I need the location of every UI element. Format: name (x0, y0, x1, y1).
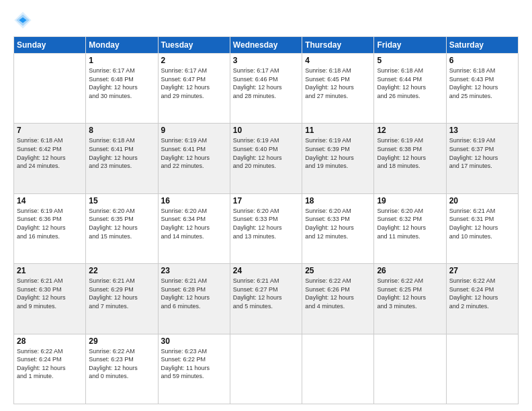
calendar-cell (14, 54, 86, 124)
day-number: 2 (161, 56, 227, 65)
day-info: Sunrise: 6:17 AM Sunset: 6:47 PM Dayligh… (161, 66, 227, 100)
calendar-cell: 9Sunrise: 6:19 AM Sunset: 6:41 PM Daylig… (158, 124, 230, 193)
day-number: 19 (377, 196, 443, 205)
calendar-cell (374, 334, 446, 404)
calendar-cell: 7Sunrise: 6:18 AM Sunset: 6:42 PM Daylig… (14, 124, 86, 193)
day-number: 11 (305, 126, 371, 135)
logo (13, 11, 35, 30)
calendar-cell (446, 334, 518, 404)
day-info: Sunrise: 6:22 AM Sunset: 6:24 PM Dayligh… (449, 277, 515, 310)
day-number: 12 (377, 126, 443, 135)
day-info: Sunrise: 6:21 AM Sunset: 6:31 PM Dayligh… (449, 207, 515, 240)
calendar-cell: 12Sunrise: 6:19 AM Sunset: 6:38 PM Dayli… (374, 124, 446, 193)
week-row-3: 14Sunrise: 6:19 AM Sunset: 6:36 PM Dayli… (14, 193, 519, 263)
calendar-cell: 27Sunrise: 6:22 AM Sunset: 6:24 PM Dayli… (446, 264, 518, 334)
day-info: Sunrise: 6:20 AM Sunset: 6:34 PM Dayligh… (161, 207, 227, 240)
day-number: 30 (161, 336, 227, 346)
calendar-cell: 29Sunrise: 6:22 AM Sunset: 6:23 PM Dayli… (86, 334, 158, 404)
calendar-cell: 6Sunrise: 6:18 AM Sunset: 6:43 PM Daylig… (446, 54, 518, 124)
week-row-1: 1Sunrise: 6:17 AM Sunset: 6:48 PM Daylig… (14, 54, 519, 124)
day-number: 25 (305, 266, 371, 275)
calendar-cell: 22Sunrise: 6:21 AM Sunset: 6:29 PM Dayli… (86, 264, 158, 334)
day-number: 26 (377, 266, 443, 275)
day-number: 7 (17, 126, 83, 135)
day-number: 13 (449, 126, 515, 135)
calendar-cell: 30Sunrise: 6:23 AM Sunset: 6:22 PM Dayli… (158, 334, 230, 404)
day-number: 3 (233, 56, 299, 65)
calendar-cell: 8Sunrise: 6:18 AM Sunset: 6:41 PM Daylig… (86, 124, 158, 193)
day-info: Sunrise: 6:22 AM Sunset: 6:24 PM Dayligh… (17, 347, 83, 381)
day-header-friday: Friday (374, 37, 446, 54)
calendar-cell: 1Sunrise: 6:17 AM Sunset: 6:48 PM Daylig… (86, 54, 158, 124)
calendar-cell: 26Sunrise: 6:22 AM Sunset: 6:25 PM Dayli… (374, 264, 446, 334)
calendar-cell: 10Sunrise: 6:19 AM Sunset: 6:40 PM Dayli… (230, 124, 302, 193)
day-info: Sunrise: 6:19 AM Sunset: 6:37 PM Dayligh… (449, 136, 515, 170)
day-number: 21 (17, 266, 83, 275)
day-header-saturday: Saturday (446, 37, 518, 54)
day-number: 24 (233, 266, 299, 275)
day-number: 16 (161, 196, 227, 205)
day-number: 17 (233, 196, 299, 205)
day-number: 6 (449, 56, 515, 65)
calendar-cell: 2Sunrise: 6:17 AM Sunset: 6:47 PM Daylig… (158, 54, 230, 124)
day-info: Sunrise: 6:22 AM Sunset: 6:25 PM Dayligh… (377, 277, 443, 310)
calendar-cell: 21Sunrise: 6:21 AM Sunset: 6:30 PM Dayli… (14, 264, 86, 334)
day-number: 27 (449, 266, 515, 275)
calendar-cell: 14Sunrise: 6:19 AM Sunset: 6:36 PM Dayli… (14, 193, 86, 263)
day-info: Sunrise: 6:17 AM Sunset: 6:48 PM Dayligh… (89, 66, 154, 100)
calendar-cell (302, 334, 374, 404)
calendar-cell: 13Sunrise: 6:19 AM Sunset: 6:37 PM Dayli… (446, 124, 518, 193)
calendar-cell: 24Sunrise: 6:21 AM Sunset: 6:27 PM Dayli… (230, 264, 302, 334)
calendar-cell: 3Sunrise: 6:17 AM Sunset: 6:46 PM Daylig… (230, 54, 302, 124)
day-info: Sunrise: 6:18 AM Sunset: 6:43 PM Dayligh… (449, 66, 515, 100)
day-header-tuesday: Tuesday (158, 37, 230, 54)
logo-icon (13, 11, 32, 30)
day-number: 14 (17, 196, 83, 205)
calendar-cell: 17Sunrise: 6:20 AM Sunset: 6:33 PM Dayli… (230, 193, 302, 263)
day-info: Sunrise: 6:20 AM Sunset: 6:33 PM Dayligh… (305, 207, 371, 240)
day-info: Sunrise: 6:19 AM Sunset: 6:39 PM Dayligh… (305, 136, 371, 170)
day-header-thursday: Thursday (302, 37, 374, 54)
header-row: SundayMondayTuesdayWednesdayThursdayFrid… (14, 37, 519, 54)
day-info: Sunrise: 6:19 AM Sunset: 6:36 PM Dayligh… (17, 207, 83, 240)
week-row-2: 7Sunrise: 6:18 AM Sunset: 6:42 PM Daylig… (14, 124, 519, 193)
calendar-cell: 19Sunrise: 6:20 AM Sunset: 6:32 PM Dayli… (374, 193, 446, 263)
day-info: Sunrise: 6:21 AM Sunset: 6:28 PM Dayligh… (161, 277, 227, 310)
calendar-cell: 4Sunrise: 6:18 AM Sunset: 6:45 PM Daylig… (302, 54, 374, 124)
week-row-5: 28Sunrise: 6:22 AM Sunset: 6:24 PM Dayli… (14, 334, 519, 404)
day-info: Sunrise: 6:18 AM Sunset: 6:45 PM Dayligh… (305, 66, 371, 100)
day-number: 18 (305, 196, 371, 205)
day-number: 23 (161, 266, 227, 275)
calendar-cell: 20Sunrise: 6:21 AM Sunset: 6:31 PM Dayli… (446, 193, 518, 263)
day-number: 15 (89, 196, 154, 205)
calendar-table: SundayMondayTuesdayWednesdayThursdayFrid… (13, 36, 519, 404)
day-info: Sunrise: 6:17 AM Sunset: 6:46 PM Dayligh… (233, 66, 299, 100)
calendar-cell: 15Sunrise: 6:20 AM Sunset: 6:35 PM Dayli… (86, 193, 158, 263)
day-info: Sunrise: 6:22 AM Sunset: 6:26 PM Dayligh… (305, 277, 371, 310)
calendar-cell: 23Sunrise: 6:21 AM Sunset: 6:28 PM Dayli… (158, 264, 230, 334)
day-info: Sunrise: 6:20 AM Sunset: 6:35 PM Dayligh… (89, 207, 154, 240)
day-number: 8 (89, 126, 154, 135)
day-number: 9 (161, 126, 227, 135)
calendar-cell: 5Sunrise: 6:18 AM Sunset: 6:44 PM Daylig… (374, 54, 446, 124)
day-info: Sunrise: 6:20 AM Sunset: 6:33 PM Dayligh… (233, 207, 299, 240)
day-header-sunday: Sunday (14, 37, 86, 54)
day-info: Sunrise: 6:19 AM Sunset: 6:40 PM Dayligh… (233, 136, 299, 170)
day-info: Sunrise: 6:21 AM Sunset: 6:30 PM Dayligh… (17, 277, 83, 310)
day-number: 1 (89, 56, 154, 65)
week-row-4: 21Sunrise: 6:21 AM Sunset: 6:30 PM Dayli… (14, 264, 519, 334)
day-header-wednesday: Wednesday (230, 37, 302, 54)
day-number: 29 (89, 336, 154, 346)
calendar-cell: 25Sunrise: 6:22 AM Sunset: 6:26 PM Dayli… (302, 264, 374, 334)
day-info: Sunrise: 6:18 AM Sunset: 6:41 PM Dayligh… (89, 136, 154, 170)
day-number: 10 (233, 126, 299, 135)
day-number: 22 (89, 266, 154, 275)
day-header-monday: Monday (86, 37, 158, 54)
calendar-cell: 11Sunrise: 6:19 AM Sunset: 6:39 PM Dayli… (302, 124, 374, 193)
day-info: Sunrise: 6:22 AM Sunset: 6:23 PM Dayligh… (89, 347, 154, 381)
calendar-cell: 28Sunrise: 6:22 AM Sunset: 6:24 PM Dayli… (14, 334, 86, 404)
calendar-cell (230, 334, 302, 404)
day-number: 4 (305, 56, 371, 65)
day-number: 28 (17, 336, 83, 346)
day-info: Sunrise: 6:18 AM Sunset: 6:42 PM Dayligh… (17, 136, 83, 170)
